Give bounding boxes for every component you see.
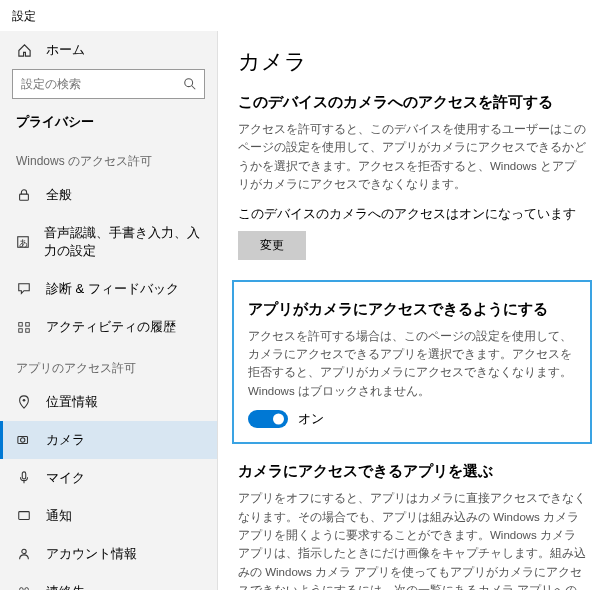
svg-text:あ: あ: [19, 238, 28, 248]
section-desc: アプリをオフにすると、アプリはカメラに直接アクセスできなくなります。その場合でも…: [238, 489, 586, 590]
sidebar-item-label: 音声認識、手書き入力、入力の設定: [44, 224, 201, 260]
lock-icon: [16, 187, 32, 203]
notification-icon: [16, 508, 32, 524]
svg-rect-6: [26, 323, 30, 327]
search-icon: [183, 77, 197, 91]
svg-point-14: [22, 549, 26, 553]
section-desc: アクセスを許可すると、このデバイスを使用するユーザーはこのページの設定を使用して…: [238, 120, 586, 194]
sidebar-item-label: 診断 & フィードバック: [46, 280, 179, 298]
feedback-icon: [16, 281, 32, 297]
sidebar-item-account[interactable]: アカウント情報: [0, 535, 217, 573]
svg-rect-7: [19, 329, 23, 333]
sidebar-current-page: プライバシー: [0, 107, 217, 139]
highlight-box: アプリがカメラにアクセスできるようにする アクセスを許可する場合は、このページの…: [232, 280, 592, 445]
location-icon: [16, 394, 32, 410]
sidebar-item-label: 位置情報: [46, 393, 98, 411]
nav-home-label: ホーム: [46, 41, 85, 59]
sidebar: ホーム プライバシー Windows のアクセス許可 全般 あ 音声認識、手書き…: [0, 31, 218, 590]
section-heading-choose-apps: カメラにアクセスできるアプリを選ぶ: [238, 462, 586, 481]
svg-rect-2: [20, 194, 29, 200]
sidebar-item-label: 全般: [46, 186, 72, 204]
svg-rect-13: [19, 512, 30, 520]
sidebar-section-apps: アプリのアクセス許可: [0, 346, 217, 383]
sidebar-item-location[interactable]: 位置情報: [0, 383, 217, 421]
section-heading-device-access: このデバイスのカメラへのアクセスを許可する: [238, 93, 586, 112]
sidebar-item-label: マイク: [46, 469, 85, 487]
svg-point-11: [21, 438, 25, 442]
activity-icon: [16, 319, 32, 335]
sidebar-section-windows: Windows のアクセス許可: [0, 139, 217, 176]
sidebar-item-label: アクティビティの履歴: [46, 318, 176, 336]
home-icon: [16, 42, 32, 58]
svg-rect-12: [22, 472, 26, 479]
sidebar-item-label: 連絡先: [46, 583, 85, 590]
page-title: カメラ: [238, 47, 586, 77]
app-access-toggle[interactable]: [248, 410, 288, 428]
sidebar-item-general[interactable]: 全般: [0, 176, 217, 214]
text-icon: あ: [16, 234, 30, 250]
sidebar-item-speech[interactable]: あ 音声認識、手書き入力、入力の設定: [0, 214, 217, 270]
toggle-label: オン: [298, 411, 324, 428]
svg-line-1: [192, 86, 196, 90]
camera-icon: [16, 432, 32, 448]
sidebar-item-label: アカウント情報: [46, 545, 137, 563]
nav-home[interactable]: ホーム: [0, 35, 217, 69]
section-heading-app-access: アプリがカメラにアクセスできるようにする: [248, 300, 576, 319]
svg-point-0: [185, 79, 193, 87]
microphone-icon: [16, 470, 32, 486]
device-access-status: このデバイスのカメラへのアクセスはオンになっています: [238, 206, 586, 223]
svg-point-9: [23, 399, 26, 402]
sidebar-item-diagnostics[interactable]: 診断 & フィードバック: [0, 270, 217, 308]
sidebar-item-contacts[interactable]: 連絡先: [0, 573, 217, 590]
sidebar-item-label: カメラ: [46, 431, 85, 449]
sidebar-item-camera[interactable]: カメラ: [0, 421, 217, 459]
change-button[interactable]: 変更: [238, 231, 306, 260]
sidebar-item-notifications[interactable]: 通知: [0, 497, 217, 535]
search-input[interactable]: [12, 69, 205, 99]
window-title: 設定: [0, 0, 612, 31]
sidebar-item-activity[interactable]: アクティビティの履歴: [0, 308, 217, 346]
svg-rect-5: [19, 323, 23, 327]
account-icon: [16, 546, 32, 562]
section-desc: アクセスを許可する場合は、このページの設定を使用して、カメラにアクセスできるアプ…: [248, 327, 576, 401]
sidebar-item-label: 通知: [46, 507, 72, 525]
sidebar-item-microphone[interactable]: マイク: [0, 459, 217, 497]
main-content: カメラ このデバイスのカメラへのアクセスを許可する アクセスを許可すると、このデ…: [218, 31, 612, 590]
contacts-icon: [16, 584, 32, 590]
svg-rect-8: [26, 329, 30, 333]
